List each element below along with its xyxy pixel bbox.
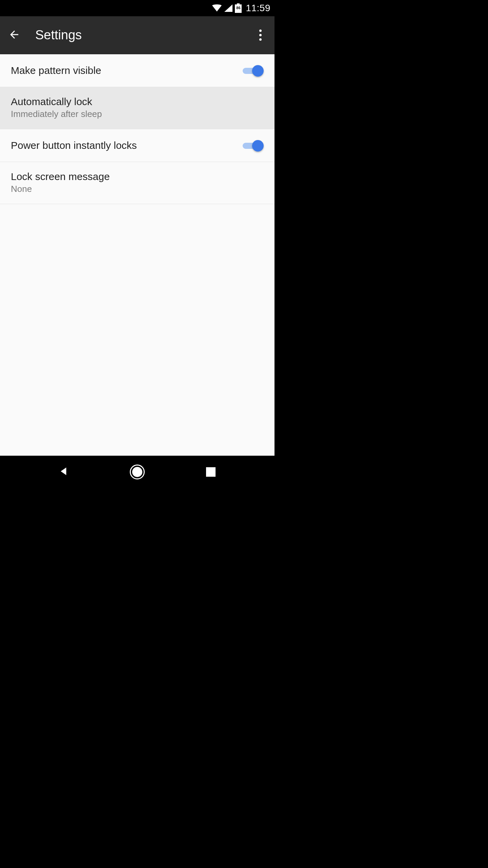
switch-power-button-locks[interactable] [241,139,264,152]
cellular-icon [224,4,233,12]
navigation-bar [0,456,274,488]
setting-label: Power button instantly locks [11,140,241,151]
setting-value: None [11,184,264,194]
switch-make-pattern-visible[interactable] [241,64,264,77]
setting-lock-screen-message[interactable]: Lock screen message None [0,162,274,204]
settings-list: Make pattern visible Automatically lock … [0,54,274,456]
setting-label: Automatically lock [11,96,264,107]
triangle-back-icon [59,466,69,478]
nav-back-button[interactable] [53,461,75,483]
page-title: Settings [35,28,252,42]
setting-make-pattern-visible[interactable]: Make pattern visible [0,54,274,87]
device-frame: 86 11:59 Settings Make pattern visible A [0,0,274,488]
setting-value: Immediately after sleep [11,109,264,119]
app-bar: Settings [0,16,274,54]
setting-label: Make pattern visible [11,65,241,76]
battery-percent: 86 [235,6,242,10]
setting-label: Lock screen message [11,171,264,182]
more-vert-icon [259,29,262,41]
wifi-icon [212,4,222,12]
back-button[interactable] [6,27,22,43]
status-time: 11:59 [246,3,270,14]
nav-recent-button[interactable] [200,461,222,483]
overflow-menu-button[interactable] [252,27,268,43]
circle-home-icon [130,465,145,479]
square-recent-icon [206,467,216,477]
setting-power-button-locks[interactable]: Power button instantly locks [0,129,274,162]
status-bar: 86 11:59 [0,0,274,16]
setting-automatically-lock[interactable]: Automatically lock Immediately after sle… [0,87,274,129]
arrow-left-icon [8,28,20,42]
battery-icon: 86 [235,3,242,13]
nav-home-button[interactable] [126,461,148,483]
